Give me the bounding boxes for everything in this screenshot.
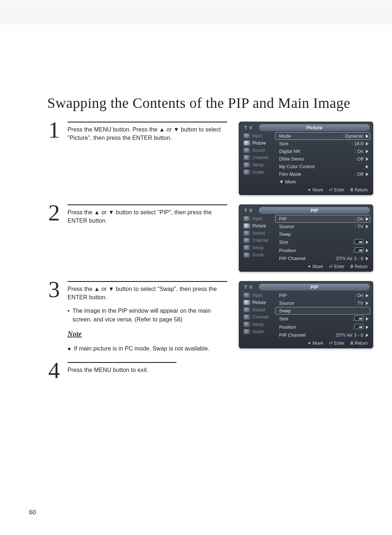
osd-side-icon	[244, 315, 250, 320]
chevron-right-icon	[366, 165, 368, 169]
osd-side-icon	[244, 216, 250, 221]
osd-picture-menu: T V Picture InputPictureSoundChannelSetu…	[239, 122, 373, 195]
note-body: ●If main picture is in PC mode, Swap is …	[68, 344, 227, 353]
osd-side-item: Guide	[242, 169, 273, 175]
step-1: 1 Press the MENU button. Press the ▲ or …	[47, 122, 231, 142]
chevron-right-icon	[366, 333, 368, 337]
osd-side-icon	[244, 252, 250, 258]
osd-row: PIP: On	[275, 215, 370, 222]
osd-side-item: Setup	[242, 321, 273, 328]
osd-tv-label: T V	[244, 125, 255, 130]
osd-side-icon	[244, 307, 250, 312]
osd-footer: ✦Move ⏎Enter ⅢReturn	[242, 187, 370, 193]
osd-pip-menu-2: T V PIP InputPictureSoundChannelSetupGui…	[239, 281, 373, 348]
osd-footer: ✦Move ⏎Enter ⅢReturn	[242, 263, 370, 270]
osd-side-item: Sound	[242, 147, 273, 154]
osd-panel: T V PIP InputPictureSoundChannelSetupGui…	[239, 204, 373, 272]
osd-tv-label: T V	[244, 284, 255, 290]
osd-row: My Color Control	[275, 163, 370, 170]
osd-side-item: Channel	[242, 314, 273, 320]
osd-side-item: Sound	[242, 307, 273, 313]
osd-side-item: Channel	[242, 237, 273, 244]
osd-side-item: Sound	[242, 230, 273, 236]
osd-row: Source: TV	[275, 223, 370, 230]
osd-row: Mode: Dynamic	[275, 133, 370, 139]
osd-side-icon	[244, 231, 250, 236]
position-icon	[355, 316, 363, 321]
osd-side-icon	[244, 155, 250, 160]
position-icon	[355, 324, 363, 329]
chevron-right-icon	[366, 257, 368, 260]
osd-row: DNIe Demo: Off	[275, 155, 370, 162]
osd-title-pill: PIP	[259, 284, 370, 291]
osd-side-item: Picture	[242, 140, 273, 146]
osd-row: Size: 16:9	[275, 140, 370, 147]
step-2-text: Press the ▲ or ▼ button to select "PIP",…	[68, 208, 227, 225]
page-title: Swapping the Contents of the PIP and Mai…	[47, 94, 367, 112]
osd-side-item: Channel	[242, 154, 273, 161]
osd-side-icon	[244, 162, 250, 167]
note-heading: Note	[68, 329, 227, 339]
step-3-text: Press the ▲ or ▼ button to select "Swap"…	[68, 285, 227, 353]
osd-row: Swap	[275, 231, 370, 238]
osd-tv-label: T V	[244, 208, 255, 213]
osd-side-item: Guide	[242, 328, 273, 335]
step-4-text: Press the MENU button to exit.	[68, 366, 224, 374]
osd-row: Film Mode: Off	[275, 171, 370, 178]
osd-side-icon	[244, 133, 250, 138]
step-4: 4 Press the MENU button to exit.	[47, 362, 228, 379]
osd-side-item: Input	[242, 292, 273, 299]
enter-icon: ⏎	[329, 187, 332, 192]
osd-sidebar: InputPictureSoundChannelSetupGuide	[242, 292, 273, 339]
step-number: 1	[47, 122, 61, 142]
osd-footer: ✦Move ⏎Enter ⅢReturn	[242, 340, 370, 346]
page-content: Swapping the Contents of the PIP and Mai…	[0, 44, 392, 379]
position-icon	[355, 239, 363, 244]
chevron-right-icon	[366, 142, 368, 146]
osd-side-item: Input	[242, 133, 273, 139]
osd-side-item: Input	[242, 215, 273, 222]
move-icon: ✦	[307, 264, 311, 269]
osd-row: Size:	[275, 315, 370, 323]
osd-side-icon	[244, 322, 250, 327]
return-icon: Ⅲ	[350, 264, 353, 269]
chevron-right-icon	[366, 325, 368, 329]
move-icon: ✦	[307, 341, 311, 346]
move-icon: ✦	[307, 187, 311, 192]
step-3: 3 Press the ▲ or ▼ button to select "Swa…	[47, 281, 231, 353]
osd-side-icon	[244, 141, 250, 146]
osd-side-icon	[244, 329, 250, 334]
osd-side-item: Setup	[242, 244, 273, 251]
chevron-right-icon	[366, 217, 368, 221]
enter-icon: ⏎	[329, 264, 332, 269]
osd-row: Swap	[275, 307, 370, 314]
osd-row: Position:	[275, 247, 370, 254]
page-header-band	[0, 0, 392, 44]
osd-row: Source: TV	[275, 300, 370, 307]
osd-row: Size:	[275, 238, 370, 246]
chevron-right-icon	[366, 249, 368, 252]
return-icon: Ⅲ	[350, 341, 353, 346]
chevron-right-icon	[366, 240, 368, 244]
osd-sidebar: InputPictureSoundChannelSetupGuide	[242, 215, 273, 262]
osd-row: ▼ More	[275, 178, 370, 185]
step-number: 3	[47, 281, 61, 353]
osd-row: PIP Channel: DTV Air 3 - 0	[275, 255, 370, 262]
osd-side-icon	[244, 293, 250, 298]
chevron-right-icon	[366, 301, 368, 305]
chevron-right-icon	[366, 294, 368, 297]
osd-main: PIP: OnSource: TVSwapSize:Position:PIP C…	[275, 215, 370, 262]
osd-title-pill: Picture	[259, 124, 370, 131]
osd-side-item: Setup	[242, 162, 273, 168]
step-2: 2 Press the ▲ or ▼ button to select "PIP…	[47, 204, 231, 225]
osd-row: PIP: On	[275, 292, 370, 299]
chevron-right-icon	[366, 225, 368, 228]
position-icon	[355, 247, 363, 252]
osd-side-item: Picture	[242, 223, 273, 229]
chevron-right-icon	[366, 150, 368, 153]
osd-sidebar: InputPictureSoundChannelSetupGuide	[242, 133, 273, 185]
osd-title-pill: PIP	[259, 207, 370, 214]
osd-row: PIP Channel: DTV Air 3 - 0	[275, 332, 370, 339]
osd-side-icon	[244, 300, 250, 305]
page-number: 60	[29, 509, 36, 516]
